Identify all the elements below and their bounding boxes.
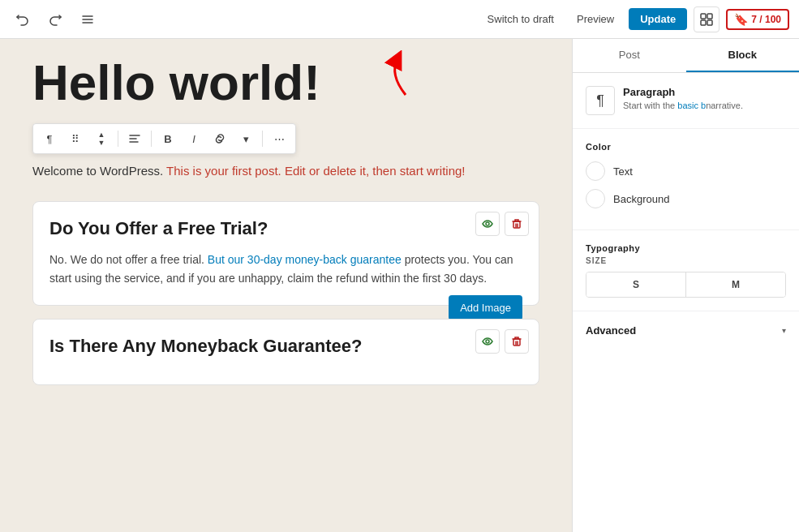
- background-color-label: Background: [613, 193, 669, 205]
- faq-card-1-add-image-button[interactable]: Add Image: [449, 295, 522, 320]
- advanced-toggle[interactable]: Advanced ▾: [586, 324, 786, 337]
- sidebar-tabs: Post Block: [573, 39, 799, 73]
- settings-button[interactable]: [694, 6, 720, 32]
- sidebar: Post Block ¶ Paragraph Start with the ba…: [572, 39, 799, 532]
- faq-card-1-answer: No. We do not offer a free trial. But ou…: [49, 251, 522, 290]
- toolbar-separator-2: [151, 131, 152, 147]
- text-color-row[interactable]: Text: [586, 161, 786, 181]
- tab-block[interactable]: Block: [686, 39, 800, 72]
- align-button[interactable]: [123, 127, 146, 150]
- main-layout: Hello world! ¶ ⠿ ▲▼ B I ▾: [0, 39, 799, 532]
- faq-card-2-delete-button[interactable]: [505, 329, 529, 354]
- svg-rect-2: [701, 20, 706, 25]
- block-info: ¶ Paragraph Start with the basic bnarrat…: [573, 73, 799, 129]
- bold-button[interactable]: B: [157, 127, 179, 150]
- topbar-left: [10, 6, 101, 32]
- block-description: Start with the basic bnarrative.: [623, 100, 743, 112]
- italic-button[interactable]: I: [183, 127, 205, 150]
- update-button[interactable]: Update: [629, 8, 687, 30]
- paragraph-type-button[interactable]: ¶: [38, 127, 61, 150]
- undo-button[interactable]: [10, 6, 36, 32]
- faq-card-1: Do You Offer a Free Trial? No. We do not…: [32, 201, 539, 307]
- faq-card-1-delete-button[interactable]: [505, 212, 529, 236]
- move-up-down[interactable]: ▲▼: [90, 127, 113, 150]
- faq-card-1-visibility-button[interactable]: [475, 212, 500, 236]
- more-options-button[interactable]: ⋯: [268, 127, 290, 150]
- toolbar-separator-3: [262, 131, 263, 147]
- more-options-dropdown[interactable]: ▾: [234, 127, 257, 150]
- editor-body-text: Welcome to WordPress. This is your first…: [32, 161, 539, 182]
- svg-rect-0: [701, 14, 706, 19]
- preview-button[interactable]: Preview: [569, 8, 622, 30]
- background-color-row[interactable]: Background: [586, 189, 786, 208]
- color-section: Color Text Background: [573, 129, 799, 230]
- redo-button[interactable]: [42, 6, 68, 32]
- topbar: Switch to draft Preview Update 🔖 7 / 100: [0, 0, 799, 39]
- size-label: SIZE: [586, 256, 786, 265]
- switch-draft-button[interactable]: Switch to draft: [479, 8, 562, 30]
- svg-rect-3: [707, 20, 712, 25]
- faq-card-2-question: Is There Any Moneyback Guarantee?: [49, 336, 522, 357]
- link-button[interactable]: [208, 127, 231, 150]
- text-color-label: Text: [613, 165, 633, 178]
- menu-button[interactable]: [75, 6, 101, 32]
- block-toolbar: ¶ ⠿ ▲▼ B I ▾ ⋯: [32, 123, 296, 154]
- typography-label: Typography: [586, 243, 786, 253]
- svg-point-6: [486, 340, 489, 343]
- size-buttons: S M: [586, 272, 786, 298]
- topbar-right: Switch to draft Preview Update 🔖 7 / 100: [479, 6, 789, 32]
- block-name-label: Paragraph: [623, 86, 743, 98]
- page-title: Hello world!: [32, 55, 539, 110]
- svg-rect-1: [707, 14, 712, 19]
- chevron-down-icon: ▾: [782, 326, 786, 335]
- color-section-label: Color: [586, 142, 786, 152]
- drag-handle[interactable]: ⠿: [64, 127, 87, 150]
- faq-card-2-actions: [475, 329, 529, 354]
- faq-card-1-question: Do You Offer a Free Trial?: [49, 218, 522, 239]
- faq-card-1-actions: [475, 212, 529, 236]
- tab-post[interactable]: Post: [573, 39, 686, 72]
- faq-card-2-visibility-button[interactable]: [475, 329, 500, 354]
- text-color-swatch: [586, 161, 605, 181]
- faq-card-2: Is There Any Moneyback Guarantee?: [32, 319, 539, 385]
- toolbar-separator: [118, 131, 118, 147]
- typography-section: Typography SIZE S M: [573, 230, 799, 311]
- size-m-button[interactable]: M: [686, 272, 785, 297]
- advanced-label: Advanced: [586, 324, 636, 337]
- editor-area[interactable]: Hello world! ¶ ⠿ ▲▼ B I ▾: [0, 39, 572, 532]
- paragraph-block-icon: ¶: [586, 86, 615, 115]
- svg-rect-7: [513, 339, 520, 345]
- background-color-swatch: [586, 189, 605, 208]
- advanced-section: Advanced ▾: [573, 311, 799, 350]
- svg-rect-5: [513, 221, 520, 228]
- svg-point-4: [486, 222, 489, 225]
- size-s-button[interactable]: S: [586, 272, 686, 297]
- post-counter-badge[interactable]: 🔖 7 / 100: [726, 9, 789, 30]
